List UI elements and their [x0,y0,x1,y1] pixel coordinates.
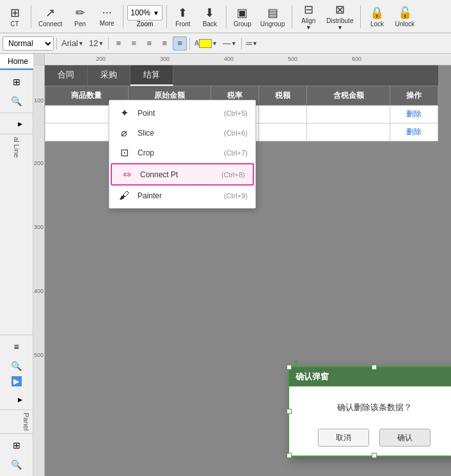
dialog-title: 确认弹窗 [289,367,451,386]
nav-tabs-bar: 合同 采购 结算 [45,65,438,86]
back-icon: ⬇ [205,6,214,20]
group-btn[interactable]: ▣ Group [230,3,255,31]
point-shortcut: (Ctrl+5) [224,109,248,117]
sep3 [166,5,167,28]
th-tax: 税额 [259,86,307,106]
bottom-search-btn[interactable]: 🔍 [5,357,28,375]
crop-icon: ⊡ [117,147,131,159]
nav-arrow-icon: ▶ [13,377,19,386]
painter-shortcut: (Ctrl+9) [224,192,248,200]
delete-link-2[interactable]: 删除 [406,127,422,136]
left-sidebar: Home × ⊞ 🔍 ▸ al Line ≡ 🔍 ▶ ▸ Pane [0,54,33,476]
mode-select[interactable]: Normal [3,36,54,51]
home-tab-bar: Home × [0,54,33,70]
line-style-btn[interactable]: — ▼ [221,36,239,51]
zoom-arrow[interactable]: ▼ [153,10,159,17]
cell-del-1[interactable]: 删除 [390,106,438,123]
ungroup-btn[interactable]: ▤ Ungroup [257,3,288,31]
sep1 [31,5,31,28]
home-tab[interactable]: Home [0,54,36,70]
bottom-list-btn[interactable]: ≡ [5,338,28,356]
tab-caigou[interactable]: 采购 [88,65,131,86]
stroke-icon: ═ [246,38,252,48]
dropdown-menu: ✦ Point (Ctrl+5) ⌀ Slice (Ctrl+6) ⊡ Crop… [109,100,256,209]
ruler-h-ticks: 200 300 400 500 600 [45,54,451,65]
menu-item-crop[interactable]: ⊡ Crop (Ctrl+7) [109,143,255,163]
select-icon: ⊞ [10,6,20,20]
panel-add-btn[interactable]: ⊞ [5,73,28,91]
panel-label2: Panel [0,409,33,433]
pen-btn[interactable]: ✏ Pen [68,3,92,31]
cell-del-2[interactable]: 删除 [390,123,438,141]
stroke-style-btn[interactable]: ═ ▼ [244,36,260,51]
crop-label: Crop [138,148,218,157]
resize-tc[interactable] [372,365,377,370]
align-right-btn[interactable]: ≡ [157,36,171,51]
align-center-btn[interactable]: ≡ [142,36,156,51]
align-left-btn[interactable]: ≡ [127,36,141,51]
fill-arrow: ▼ [212,40,218,47]
ungroup-icon: ▤ [267,6,278,20]
ungroup-label: Ungroup [260,20,285,28]
more-btn[interactable]: ··· More [95,3,119,31]
sep4 [226,5,226,28]
t2-sep1 [56,38,57,49]
dialog-confirm-btn[interactable]: 确认 [379,429,431,447]
list-style-btn[interactable]: ≡ [111,36,125,51]
font-dropdown[interactable]: Arial ▼ [59,36,86,51]
t2-sep2 [108,38,109,49]
resize-bc[interactable] [372,453,377,458]
unlock-btn[interactable]: 🔓 Unlock [392,3,418,31]
panel-expand-row: ▸ [0,113,33,134]
main-area: Home × ⊞ 🔍 ▸ al Line ≡ 🔍 ▶ ▸ Pane [0,54,451,476]
bottom-search-btn2[interactable]: 🔍 [5,456,28,473]
ruler-h-600: 600 [352,56,361,62]
nav-arrow-btn[interactable]: ▶ [12,376,22,386]
dialog-cancel-btn[interactable]: 取消 [318,429,369,447]
slice-label: Slice [138,129,218,138]
panel-search-btn[interactable]: 🔍 [5,92,28,110]
canvas-area: 200 300 400 500 600 100 200 300 400 500 [33,54,451,476]
line-style-arrow: ▼ [231,40,237,47]
ruler-h-300: 300 [160,56,170,62]
expand-arrow-btn2[interactable]: ▸ [8,390,31,408]
panel-icons-bottom: ≡ 🔍 ▶ [0,335,33,389]
distribute-icon: ⊠ [335,3,345,17]
t2-sep3 [189,38,190,49]
panel-icons-bottom2: ⊞ 🔍 [0,433,33,476]
distribute-btn[interactable]: ⊠ Distribute ▼ [323,3,356,31]
menu-item-point[interactable]: ✦ Point (Ctrl+5) [109,103,255,123]
resize-ml[interactable] [287,409,292,414]
align-justify-btn[interactable]: ≡ [173,36,187,51]
back-btn[interactable]: ⬇ Back [198,3,222,31]
menu-item-connect-pt[interactable]: ⇔ Connect Pt (Ctrl+8) [111,163,254,186]
group-label: Group [233,20,251,28]
zoom-box[interactable]: 100% ▼ [127,5,162,20]
dialog-body: 确认删除该条数据？ [289,386,451,424]
tab-hetong[interactable]: 合同 [45,65,88,86]
sep5 [292,5,292,28]
sep2 [123,5,123,28]
expand-arrow-btn[interactable]: ▸ [8,115,31,132]
bottom-add-btn2[interactable]: ⊞ [5,436,28,454]
fill-color-swatch [199,39,212,48]
resize-tl[interactable] [287,365,292,370]
fill-color-btn[interactable]: A ▼ [193,36,219,51]
front-btn[interactable]: ⬆ Front [171,3,195,31]
delete-link-1[interactable]: 删除 [406,109,422,118]
tab-jiesuan[interactable]: 结算 [131,65,173,86]
distribute-label: Distribute [326,17,353,24]
menu-item-painter[interactable]: 🖌 Painter (Ctrl+9) [109,186,255,205]
align-btn[interactable]: ⊟ Align ▼ [296,3,320,31]
back-label: Back [203,20,217,28]
cell-tax-2 [259,123,307,141]
connect-btn[interactable]: ↗ Connect [35,3,65,31]
ruler-v-300: 300 [34,224,44,230]
ruler-v-500: 500 [34,352,44,358]
resize-bl[interactable] [287,453,292,458]
lock-btn[interactable]: 🔒 Lock [365,3,389,31]
menu-item-slice[interactable]: ⌀ Slice (Ctrl+6) [109,123,255,143]
font-size-dropdown[interactable]: 12 ▼ [87,36,106,51]
select-tool-btn[interactable]: ⊞ CT [3,3,27,31]
connect-pt-label: Connect Pt [140,170,215,179]
